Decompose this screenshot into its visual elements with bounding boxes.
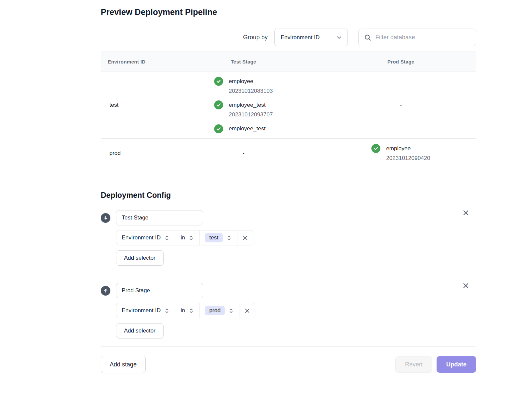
test-stage-cell: employee 20231012083103 employee_test 20… <box>161 71 326 138</box>
selector-key-select[interactable]: Environment ID <box>116 230 175 245</box>
stage-header <box>101 283 476 298</box>
pipeline-table: Environment ID Test Stage Prod Stage tes… <box>101 52 476 168</box>
add-stage-button[interactable]: Add stage <box>101 356 146 373</box>
stage-name-input[interactable] <box>116 283 203 298</box>
selector-operator-select[interactable]: in <box>175 230 199 245</box>
database-list: employee 20231012083103 employee_test 20… <box>214 71 273 138</box>
selector-operator-value: in <box>181 234 185 241</box>
deployment-config-title: Deployment Config <box>101 191 476 200</box>
chevron-up-down-icon <box>189 308 194 314</box>
database-name: employee_test <box>229 124 266 133</box>
stage-config-test: Environment ID in test <box>101 210 476 266</box>
main-content: Preview Deployment Pipeline Group by Env… <box>101 7 476 393</box>
prod-stage-cell: employee 20231012090420 <box>326 139 476 168</box>
footer-divider <box>101 346 476 347</box>
selector-value-badge: prod <box>205 306 225 315</box>
column-header-test-stage: Test Stage <box>161 52 326 71</box>
environment-name: test <box>108 102 118 108</box>
selector-key-value: Environment ID <box>122 234 161 241</box>
group-by-selected-value: Environment ID <box>281 34 320 41</box>
chevron-up-down-icon <box>164 235 170 241</box>
database-entry: employee_test <box>214 124 273 133</box>
remove-selector-button[interactable] <box>239 303 255 318</box>
chevron-up-down-icon <box>189 235 194 241</box>
chevron-up-down-icon <box>164 308 170 314</box>
arrow-up-circle-icon <box>101 286 110 296</box>
table-row-prod: prod - employee 20231012090420 <box>101 138 476 168</box>
close-icon <box>242 235 248 241</box>
filter-database-search[interactable] <box>358 29 476 46</box>
remove-stage-button[interactable] <box>461 208 470 217</box>
table-controls: Group by Environment ID <box>101 29 476 46</box>
stage-config-prod: Environment ID in prod <box>101 283 476 338</box>
table-row-test: test employee 20231012083103 <box>101 71 476 138</box>
selector-group: Environment ID in test <box>116 230 253 245</box>
add-selector-button[interactable]: Add selector <box>116 250 164 266</box>
empty-stage-dash: - <box>242 150 244 157</box>
remove-selector-button[interactable] <box>237 230 253 245</box>
chevron-up-down-icon <box>226 235 232 241</box>
update-button[interactable]: Update <box>437 356 476 373</box>
group-by-label: Group by <box>243 34 268 41</box>
database-list: employee 20231012090420 <box>371 139 430 168</box>
selector-value-badge: test <box>205 233 222 242</box>
success-check-icon <box>214 100 223 109</box>
column-header-environment-id: Environment ID <box>101 52 161 71</box>
selector-value-select[interactable]: test <box>199 230 237 245</box>
environment-cell: prod <box>101 139 161 168</box>
selector-key-select[interactable]: Environment ID <box>116 303 175 318</box>
chevron-up-down-icon <box>228 308 234 314</box>
table-header-row: Environment ID Test Stage Prod Stage <box>101 52 476 71</box>
environment-name: prod <box>108 150 121 157</box>
database-version: 20231012090420 <box>386 153 430 163</box>
database-name: employee <box>386 144 430 153</box>
filter-database-input[interactable] <box>375 34 470 41</box>
selector-row: Environment ID in test <box>116 230 476 245</box>
database-entry: employee 20231012083103 <box>214 76 273 96</box>
selector-key-value: Environment ID <box>122 307 161 314</box>
stage-divider <box>101 274 476 274</box>
selector-operator-value: in <box>181 307 185 314</box>
selector-row: Environment ID in prod <box>116 303 476 318</box>
revert-button[interactable]: Revert <box>395 356 432 373</box>
test-stage-cell: - <box>161 139 326 168</box>
bottom-divider <box>101 393 476 393</box>
stage-header <box>101 210 476 225</box>
database-name: employee <box>229 76 273 86</box>
success-check-icon <box>371 144 380 153</box>
group-by-select[interactable]: Environment ID <box>274 29 348 46</box>
search-icon <box>364 34 371 41</box>
database-version: 20231012083103 <box>229 86 273 96</box>
page-title: Preview Deployment Pipeline <box>101 7 476 17</box>
prod-stage-cell: - <box>326 71 476 138</box>
success-check-icon <box>214 77 223 86</box>
database-entry: employee_test 20231012093707 <box>214 100 273 119</box>
database-version: 20231012093707 <box>229 110 273 119</box>
chevron-down-icon <box>336 35 342 41</box>
empty-stage-dash: - <box>400 102 402 108</box>
footer-actions-row: Add stage Revert Update <box>101 356 476 373</box>
arrow-down-circle-icon <box>101 213 110 223</box>
column-header-prod-stage: Prod Stage <box>326 52 476 71</box>
add-selector-button[interactable]: Add selector <box>116 323 164 338</box>
remove-stage-button[interactable] <box>461 281 470 290</box>
database-entry: employee 20231012090420 <box>371 144 430 163</box>
success-check-icon <box>214 124 223 133</box>
footer-buttons: Revert Update <box>395 356 476 373</box>
selector-value-select[interactable]: prod <box>199 303 239 318</box>
selector-operator-select[interactable]: in <box>175 303 199 318</box>
environment-cell: test <box>101 71 161 138</box>
close-icon <box>244 308 250 314</box>
stage-name-input[interactable] <box>116 210 203 225</box>
database-name: employee_test <box>229 100 273 110</box>
selector-group: Environment ID in prod <box>116 303 255 318</box>
